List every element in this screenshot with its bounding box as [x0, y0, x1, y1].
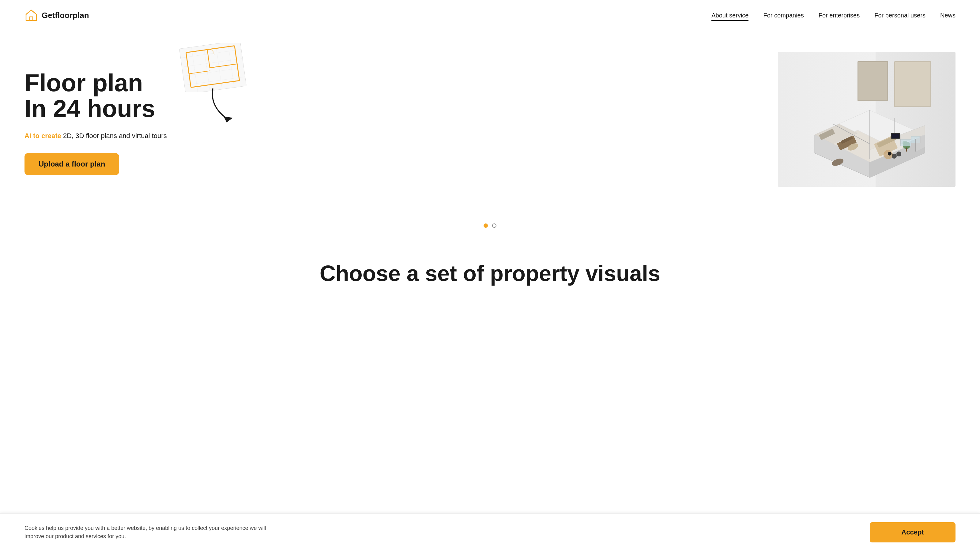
floor-plan-sketch: [179, 43, 247, 92]
carousel-dot-1[interactable]: [484, 224, 488, 228]
nav-news[interactable]: News: [940, 12, 956, 19]
main-nav: About service For companies For enterpri…: [711, 12, 956, 19]
svg-point-41: [892, 154, 897, 159]
floorplan-3d-visual: [784, 73, 956, 202]
hero-image-area: [167, 43, 956, 202]
choose-section: Choose a set of property visuals: [0, 243, 980, 310]
upload-floor-plan-button[interactable]: Upload a floor plan: [24, 153, 119, 175]
arrow-indicator: [204, 86, 247, 125]
house-logo-icon: [24, 9, 38, 22]
nav-for-companies[interactable]: For companies: [763, 12, 803, 19]
choose-title: Choose a set of property visuals: [24, 261, 956, 286]
carousel-dots: [0, 224, 980, 228]
carousel-dot-2[interactable]: [492, 224, 496, 228]
hero-content: Floor plan In 24 hours AI to create 2D, …: [24, 70, 167, 175]
nav-about-service[interactable]: About service: [711, 12, 748, 19]
logo[interactable]: Getfloorplan: [24, 9, 89, 22]
svg-marker-14: [224, 116, 233, 122]
nav-for-personal-users[interactable]: For personal users: [874, 12, 926, 19]
svg-point-40: [888, 152, 891, 156]
svg-rect-35: [900, 139, 911, 146]
svg-rect-0: [30, 17, 33, 21]
svg-point-42: [896, 151, 901, 156]
svg-rect-38: [892, 134, 899, 138]
hero-subtitle: AI to create 2D, 3D floor plans and virt…: [24, 131, 167, 141]
hero-section: Floor plan In 24 hours AI to create 2D, …: [0, 30, 980, 221]
hero-title: Floor plan In 24 hours: [24, 70, 167, 122]
nav-for-enterprises[interactable]: For enterprises: [819, 12, 860, 19]
header: Getfloorplan About service For companies…: [0, 0, 980, 30]
brand-name: Getfloorplan: [41, 11, 89, 20]
